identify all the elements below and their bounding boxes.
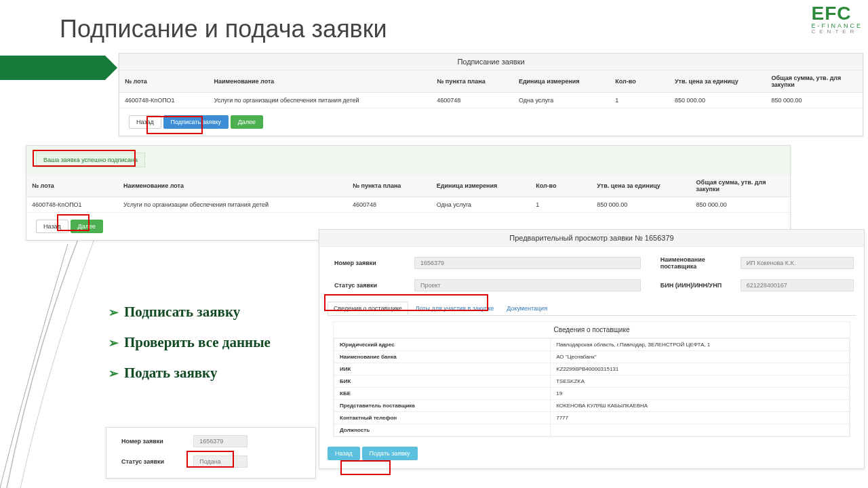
col-lot-name: Наименование лота	[118, 175, 347, 197]
supplier-field-value: АО "Цеснабанк"	[551, 351, 850, 363]
back-button[interactable]: Назад	[129, 115, 161, 129]
bullet-item: ➢Подписать заявку	[108, 304, 271, 321]
value-app-number: 1656379	[193, 435, 248, 447]
logo: EFC E-FINANCE CENTER	[811, 4, 863, 35]
value-app-number: 1656379	[414, 257, 641, 269]
panel1-table: № лота Наименование лота № пункта плана …	[119, 70, 863, 108]
panel-status-small: Номер заявки 1656379 Статус заявки Подан…	[106, 427, 316, 479]
value-app-status: Подана	[193, 455, 248, 468]
arrow-decoration	[0, 56, 105, 80]
supplier-field-label: Наименование банка	[334, 351, 551, 363]
table-row: Юридический адресПавлодарская область, г…	[334, 339, 850, 351]
tab-lots[interactable]: Лоты для участия в закупке	[410, 302, 500, 314]
label-bin: БИН (ИИН)/ИНН/УНП	[655, 279, 738, 292]
value-app-status: Проект	[414, 279, 641, 291]
table-row: ИИКKZ22998РВ40000315131	[334, 363, 850, 375]
supplier-field-value: Павлодарская область, г.Павлодар, ЗЕЛЕНС…	[551, 339, 850, 351]
cell-plan-point: 4600748	[347, 197, 431, 213]
preview-header: Предварительный просмотр заявки № 165637…	[319, 230, 864, 247]
col-lot-name: Наименование лота	[209, 70, 432, 93]
supplier-field-value: KZ22998РВ40000315131	[551, 363, 850, 375]
bullet-item: ➢Подать заявку	[108, 365, 271, 382]
supplier-field-label: Контактный телефон	[334, 412, 551, 424]
logo-main: EFC	[811, 4, 863, 23]
supplier-field-value: КОКЕНОВА КУЛЯШ КАБЫЛКАЕВНА	[551, 400, 850, 412]
table-row: БИКTSESKZKA	[334, 375, 850, 388]
cell-lot-number: 4600748-КпОПО1	[119, 93, 209, 108]
cell-plan-point: 4600748	[431, 93, 513, 108]
col-qty: Кол-во	[530, 175, 591, 197]
next-button[interactable]: Далее	[71, 220, 103, 233]
col-unit-price: Утв. цена за единицу	[591, 175, 690, 197]
col-unit: Единица измерения	[431, 175, 530, 197]
table-row: Должность	[334, 424, 850, 436]
supplier-field-label: ИИК	[334, 363, 551, 375]
supplier-field-label: Представитель поставщика	[334, 400, 551, 412]
label-app-status: Статус заявки	[329, 279, 412, 292]
supplier-field-label: КБЕ	[334, 388, 551, 400]
decor-curves	[0, 230, 122, 488]
next-button[interactable]: Далее	[231, 115, 263, 129]
table-row: Представитель поставщикаКОКЕНОВА КУЛЯШ К…	[334, 400, 850, 412]
slide-title: Подписание и подача заявки	[60, 15, 387, 43]
col-total: Общая сумма, утв. для закупки	[766, 70, 863, 93]
col-lot-number: № лота	[119, 70, 209, 93]
col-total: Общая сумма, утв. для закупки	[691, 175, 790, 197]
label-app-number: Номер заявки	[116, 434, 191, 448]
cell-unit: Одна услуга	[513, 93, 610, 108]
submit-button[interactable]: Подать заявку	[362, 447, 418, 460]
supplier-field-label: Должность	[334, 424, 551, 436]
supplier-field-value: 19	[551, 388, 850, 400]
col-qty: Кол-во	[610, 70, 669, 93]
col-plan-point: № пункта плана	[347, 175, 431, 197]
table-row: КБЕ19	[334, 388, 850, 400]
supplier-field-value	[551, 424, 850, 436]
panel1-header: Подписание заявки	[119, 54, 863, 70]
tab-documentation[interactable]: Документация	[501, 302, 553, 314]
table-row: Наименование банкаАО "Цеснабанк"	[334, 351, 850, 363]
label-app-status: Статус заявки	[116, 455, 191, 468]
table-row: 4600748-КпОПО1 Услуги по организации обе…	[119, 93, 863, 108]
cell-lot-name: Услуги по организации обеспечения питани…	[209, 93, 432, 108]
alert-success: Ваша заявка успешно подписана	[36, 152, 145, 167]
back-button[interactable]: Назад	[328, 447, 360, 460]
cell-total: 850 000.00	[766, 93, 863, 108]
bullet-text: Проверить все данные	[124, 334, 271, 350]
label-app-number: Номер заявки	[329, 253, 412, 272]
cell-unit: Одна услуга	[431, 197, 530, 213]
value-bin: 621228400167	[741, 279, 854, 291]
col-unit: Единица измерения	[513, 70, 610, 93]
cell-total: 850 000.00	[691, 197, 790, 213]
col-lot-number: № лота	[26, 175, 118, 197]
supplier-field-label: Юридический адрес	[334, 339, 551, 351]
bullet-item: ➢Проверить все данные	[108, 334, 271, 351]
supplier-table: Юридический адресПавлодарская область, г…	[334, 338, 850, 436]
table-row: Контактный телефон7777	[334, 412, 850, 424]
cell-unit-price: 850 000.00	[591, 197, 690, 213]
bullet-text: Подписать заявку	[124, 304, 240, 320]
back-button[interactable]: Назад	[36, 220, 68, 233]
panel2-table: № лота Наименование лота № пункта плана …	[26, 175, 790, 213]
cell-lot-name: Услуги по организации обеспечения питани…	[118, 197, 347, 213]
cell-qty: 1	[610, 93, 669, 108]
supplier-field-value: TSESKZKA	[551, 375, 850, 388]
col-unit-price: Утв. цена за единицу	[669, 70, 766, 93]
col-plan-point: № пункта плана	[431, 70, 513, 93]
bullet-arrow-icon: ➢	[108, 367, 119, 380]
logo-sub2: CENTER	[811, 29, 863, 35]
label-supplier-name: Наименование поставщика	[655, 253, 738, 272]
cell-qty: 1	[530, 197, 591, 213]
supplier-field-label: БИК	[334, 375, 551, 388]
cell-unit-price: 850 000.00	[669, 93, 766, 108]
sign-button[interactable]: Подписать заявку	[163, 115, 229, 129]
panel-sign-application: Подписание заявки № лота Наименование ло…	[119, 53, 863, 136]
table-row: 4600748-КпОПО1 Услуги по организации обе…	[26, 197, 790, 213]
supplier-field-value: 7777	[551, 412, 850, 424]
cell-lot-number: 4600748-КпОПО1	[26, 197, 118, 213]
panel-preview: Предварительный просмотр заявки № 165637…	[319, 229, 865, 469]
bullet-arrow-icon: ➢	[108, 336, 119, 350]
bullet-text: Подать заявку	[124, 365, 217, 381]
value-supplier-name: ИП Кокенова К.К.	[741, 257, 854, 269]
tab-supplier-info[interactable]: Сведения о поставщике	[328, 302, 408, 315]
bullet-list: ➢Подписать заявку ➢Проверить все данные …	[108, 304, 271, 395]
